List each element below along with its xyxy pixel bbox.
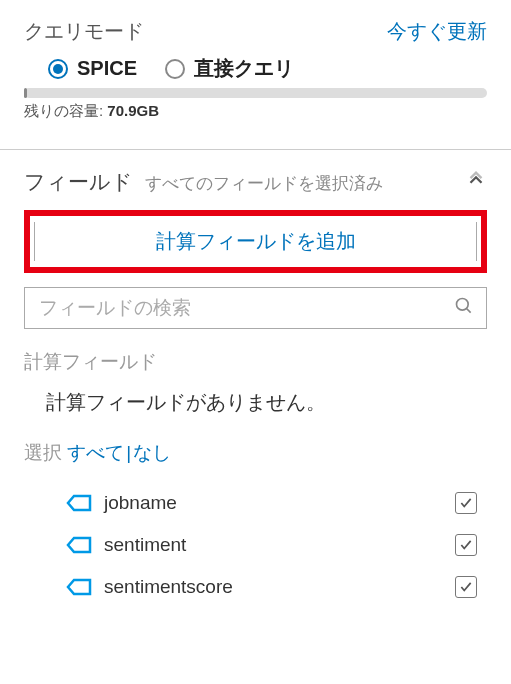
fields-header-labels: フィールド すべてのフィールドを選択済み [24, 168, 383, 196]
field-checkbox[interactable] [455, 576, 477, 598]
field-name-label: sentimentscore [104, 576, 233, 598]
fields-title: フィールド [24, 170, 133, 193]
query-mode-section: クエリモード 今すぐ更新 SPICE 直接クエリ 残りの容量: 70.9GB [0, 0, 511, 133]
add-calculated-field-highlight: 計算フィールドを追加 [24, 210, 487, 273]
calculated-fields-empty: 計算フィールドがありません。 [24, 389, 487, 416]
field-checkbox[interactable] [455, 492, 477, 514]
radio-spice-label: SPICE [77, 57, 137, 80]
search-icon [454, 296, 474, 320]
svg-line-1 [467, 309, 471, 313]
field-row-sentiment[interactable]: sentiment [24, 524, 487, 566]
capacity-bar-fill [24, 88, 27, 98]
capacity-value: 70.9GB [107, 102, 159, 119]
select-all-link[interactable]: すべて [67, 442, 124, 463]
radio-direct-query[interactable]: 直接クエリ [165, 55, 294, 82]
select-none-link[interactable]: なし [133, 442, 171, 463]
radio-icon [48, 59, 68, 79]
field-row-left: sentimentscore [66, 576, 233, 598]
select-separator: | [126, 442, 131, 463]
field-search-box[interactable] [24, 287, 487, 329]
field-name-label: jobname [104, 492, 177, 514]
capacity-bar [24, 88, 487, 98]
query-mode-header: クエリモード 今すぐ更新 [24, 18, 487, 45]
field-row-left: sentiment [66, 534, 186, 556]
radio-icon [165, 59, 185, 79]
field-row-sentimentscore[interactable]: sentimentscore [24, 566, 487, 608]
svg-marker-2 [68, 496, 90, 510]
tag-icon [66, 577, 92, 597]
calculated-fields-heading: 計算フィールド [24, 349, 487, 375]
select-label: 選択 [24, 442, 62, 463]
add-calculated-field-button[interactable]: 計算フィールドを追加 [34, 222, 477, 261]
select-row: 選択 すべて|なし [24, 440, 487, 466]
field-row-left: jobname [66, 492, 177, 514]
radio-spice[interactable]: SPICE [48, 55, 137, 82]
collapse-icon[interactable] [465, 169, 487, 195]
fields-subtitle: すべてのフィールドを選択済み [145, 174, 383, 193]
radio-direct-label: 直接クエリ [194, 55, 294, 82]
svg-point-0 [457, 299, 469, 311]
tag-icon [66, 535, 92, 555]
svg-marker-3 [68, 538, 90, 552]
query-mode-radio-group: SPICE 直接クエリ [24, 55, 487, 82]
field-name-label: sentiment [104, 534, 186, 556]
svg-marker-4 [68, 580, 90, 594]
capacity-label: 残りの容量: [24, 102, 103, 119]
capacity-text: 残りの容量: 70.9GB [24, 102, 487, 121]
tag-icon [66, 493, 92, 513]
fields-body: 計算フィールド 計算フィールドがありません。 選択 すべて|なし jobname… [0, 349, 511, 608]
field-search-input[interactable] [37, 296, 454, 320]
field-checkbox[interactable] [455, 534, 477, 556]
query-mode-title: クエリモード [24, 18, 144, 45]
refresh-now-link[interactable]: 今すぐ更新 [387, 18, 487, 45]
field-row-jobname[interactable]: jobname [24, 482, 487, 524]
fields-header[interactable]: フィールド すべてのフィールドを選択済み [0, 150, 511, 210]
